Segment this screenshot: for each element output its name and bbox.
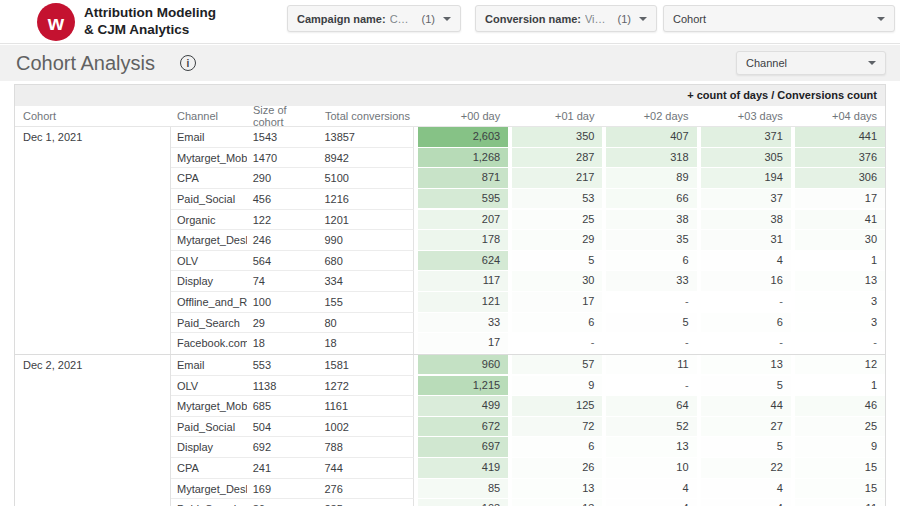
day-cell: 595 xyxy=(414,189,508,210)
day-cell: 27 xyxy=(697,417,791,438)
total-conversions-cell: 235 xyxy=(318,499,413,506)
day-cell: 871 xyxy=(414,168,508,189)
channel-cell: OLV xyxy=(171,376,247,396)
day-cell: 499 xyxy=(414,396,508,417)
heat-value: 12 xyxy=(795,355,885,375)
total-conversions-cell: 80 xyxy=(318,313,413,333)
channel-dimension-dropdown[interactable]: Channel xyxy=(736,51,886,75)
conversion-filter-dropdown[interactable]: Conversion name: Visitors (1) xyxy=(475,5,657,32)
channel-cell: Email xyxy=(171,127,247,147)
size-of-cohort-cell: 692 xyxy=(247,437,319,457)
campaign-filter-dropdown[interactable]: Campaign name: Campaign... (1) xyxy=(287,5,461,32)
column-header: Cohort xyxy=(15,110,171,122)
total-conversions-cell: 5100 xyxy=(318,168,413,188)
heat-value: 5 xyxy=(606,313,696,333)
heat-value: - xyxy=(795,333,885,353)
total-conversions-cell: 680 xyxy=(318,251,413,271)
row-left-section: Paid_Social5041002 xyxy=(171,417,414,438)
row-left-section: OLV564680 xyxy=(171,251,414,272)
heat-value: 53 xyxy=(512,189,602,209)
cohort-filter-dropdown[interactable]: Cohort xyxy=(663,5,895,32)
heat-value: 4 xyxy=(701,499,791,506)
total-conversions-cell: 1161 xyxy=(318,396,413,416)
info-icon[interactable]: i xyxy=(180,55,196,71)
table-row: Paid_Social456121659553663717 xyxy=(171,189,885,210)
heat-value: 17 xyxy=(512,292,602,312)
day-cell: 4 xyxy=(602,479,696,500)
heat-value: 2,603 xyxy=(418,127,508,147)
day-cell: 6 xyxy=(508,313,602,334)
channel-cell: CPA xyxy=(171,168,247,188)
day-cell: 38 xyxy=(602,210,696,231)
heat-value: - xyxy=(606,376,696,396)
heat-value: 1 xyxy=(795,376,885,396)
heat-value: 52 xyxy=(606,417,696,437)
row-left-section: Display74334 xyxy=(171,271,414,292)
cohort-filter-label: Cohort xyxy=(673,13,706,25)
day-cell: 9 xyxy=(508,376,602,397)
day-cell: 697 xyxy=(414,437,508,458)
total-conversions-cell: 1581 xyxy=(318,355,413,375)
table-row: Facebook.com_...181817---- xyxy=(171,333,885,354)
day-cell: 11 xyxy=(602,355,696,376)
size-of-cohort-cell: 169 xyxy=(247,479,319,499)
size-of-cohort-cell: 122 xyxy=(247,210,319,230)
day-cell: - xyxy=(697,292,791,313)
conversion-filter-count: (1) xyxy=(618,13,631,25)
heat-value: 595 xyxy=(418,189,508,209)
table-row: Mytarget_Mob147089421,268287318305376 xyxy=(171,148,885,169)
day-cell: 318 xyxy=(602,148,696,169)
campaign-filter-label: Campaign name: xyxy=(297,13,386,25)
row-left-section: Offline_and_Ret...100155 xyxy=(171,292,414,313)
column-header: Channel xyxy=(171,110,247,122)
app-title: Attribution Modeling & CJM Analytics xyxy=(84,5,216,39)
heat-value: 441 xyxy=(795,127,885,147)
total-conversions-cell: 13857 xyxy=(318,127,413,147)
brand-logo-letter: w xyxy=(48,12,64,33)
heat-value: 85 xyxy=(418,479,508,499)
day-cell: 30 xyxy=(791,230,885,251)
heat-value: 194 xyxy=(701,168,791,188)
size-of-cohort-cell: 553 xyxy=(247,355,319,375)
cohort-group: Dec 2, 2021Email553158196057111312OLV113… xyxy=(15,355,885,506)
heat-value: 29 xyxy=(512,230,602,250)
size-of-cohort-cell: 100 xyxy=(247,292,319,312)
heat-value: 217 xyxy=(512,168,602,188)
table-row: Offline_and_Ret...10015512117--3 xyxy=(171,292,885,313)
size-of-cohort-cell: 86 xyxy=(247,499,319,506)
heat-value: - xyxy=(701,333,791,353)
heat-value: 30 xyxy=(512,271,602,291)
day-cell: 33 xyxy=(602,271,696,292)
day-cell: 960 xyxy=(414,355,508,376)
total-conversions-cell: 990 xyxy=(318,230,413,250)
heat-value: 13 xyxy=(795,271,885,291)
heat-value: 41 xyxy=(795,210,885,230)
row-left-section: Mytarget_Mob6851161 xyxy=(171,396,414,417)
heat-value: 697 xyxy=(418,437,508,457)
day-cell: 13 xyxy=(508,499,602,506)
day-cell: 4 xyxy=(697,499,791,506)
day-cell: 22 xyxy=(697,458,791,479)
day-cell: 6 xyxy=(697,313,791,334)
heat-value: 16 xyxy=(701,271,791,291)
channel-cell: Paid_Social xyxy=(171,189,247,209)
row-left-section: CPA2905100 xyxy=(171,168,414,189)
heat-value: 1,268 xyxy=(418,148,508,168)
day-cell: 37 xyxy=(697,189,791,210)
day-cell: 2,603 xyxy=(414,127,508,148)
heat-value: 9 xyxy=(795,437,885,457)
channel-dropdown-label: Channel xyxy=(746,57,787,69)
day-cell: 10 xyxy=(602,458,696,479)
day-cell: 178 xyxy=(414,230,508,251)
row-left-section: Display692788 xyxy=(171,437,414,458)
column-header: +00 day xyxy=(414,110,508,122)
day-cell: 3 xyxy=(791,313,885,334)
channel-cell: Offline_and_Ret... xyxy=(171,292,247,312)
column-header: +04 days xyxy=(791,110,885,122)
size-of-cohort-cell: 290 xyxy=(247,168,319,188)
table-row: Email1543138572,603350407371441 xyxy=(171,127,885,148)
day-cell: 72 xyxy=(508,417,602,438)
channel-cell: Paid_Search xyxy=(171,499,247,506)
table-row: OLV5646806245641 xyxy=(171,251,885,272)
day-cell: 407 xyxy=(602,127,696,148)
